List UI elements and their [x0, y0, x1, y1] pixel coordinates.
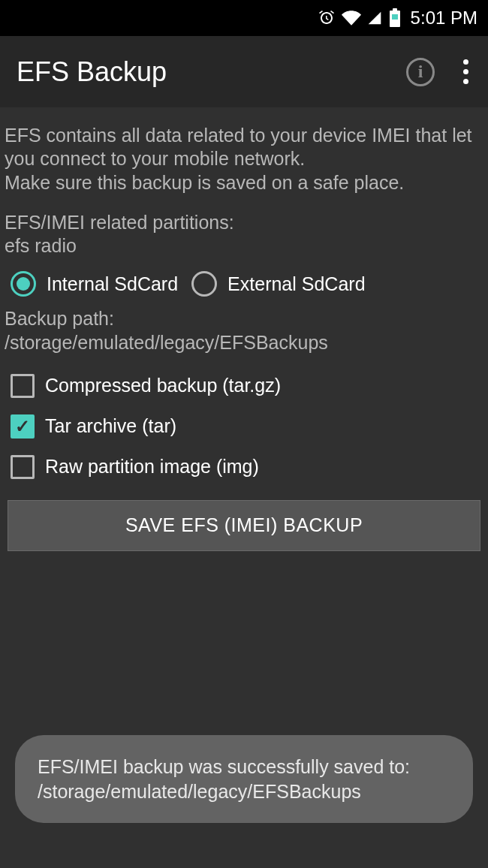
- radio-external-sdcard[interactable]: External SdCard: [191, 271, 365, 297]
- status-bar: 5:01 PM: [0, 0, 488, 36]
- save-backup-button[interactable]: SAVE EFS (IMEI) BACKUP: [8, 500, 480, 551]
- checkbox-icon: [11, 374, 35, 398]
- toast-line1: EFS/IMEI backup was successfully saved t…: [38, 755, 450, 779]
- partitions-section: EFS/IMEI related partitions: efs radio: [5, 211, 483, 258]
- checkbox-icon: [11, 455, 35, 479]
- app-title: EFS Backup: [17, 56, 167, 88]
- overflow-menu-icon[interactable]: [457, 56, 474, 87]
- partitions-label: EFS/IMEI related partitions:: [5, 211, 483, 234]
- info-icon[interactable]: i: [406, 58, 435, 86]
- svg-rect-2: [392, 14, 398, 20]
- signal-icon: [367, 11, 382, 26]
- toast-line2: /storage/emulated/legacy/EFSBackups: [38, 779, 450, 804]
- status-icons: 5:01 PM: [318, 8, 477, 29]
- header-actions: i: [406, 56, 474, 87]
- partitions-value: efs radio: [5, 234, 483, 258]
- checkbox-label: Raw partition image (img): [45, 456, 259, 478]
- svg-rect-1: [393, 8, 397, 11]
- radio-internal-sdcard[interactable]: Internal SdCard: [11, 271, 178, 297]
- alarm-icon: [318, 9, 336, 27]
- checkbox-icon: ✓: [11, 414, 35, 439]
- status-time: 5:01 PM: [411, 8, 477, 29]
- backup-path-section: Backup path: /storage/emulated/legacy/EF…: [5, 307, 483, 354]
- app-header: EFS Backup i: [0, 36, 488, 107]
- checkbox-raw-partition[interactable]: Raw partition image (img): [11, 455, 483, 479]
- battery-icon: [388, 8, 402, 28]
- path-value: /storage/emulated/legacy/EFSBackups: [5, 331, 483, 354]
- toast-notification: EFS/IMEI backup was successfully saved t…: [15, 735, 473, 823]
- content-area: EFS contains all data related to your de…: [0, 107, 488, 868]
- checkbox-compressed-backup[interactable]: Compressed backup (tar.gz): [11, 374, 483, 398]
- wifi-icon: [342, 8, 361, 28]
- description-text: EFS contains all data related to your de…: [5, 124, 483, 194]
- checkbox-label: Tar archive (tar): [45, 415, 176, 437]
- path-label: Backup path:: [5, 307, 483, 330]
- format-checkbox-group: Compressed backup (tar.gz) ✓ Tar archive…: [5, 374, 483, 479]
- radio-label: Internal SdCard: [47, 273, 178, 295]
- radio-button-icon: [11, 271, 36, 297]
- radio-button-icon: [191, 271, 217, 297]
- storage-radio-group: Internal SdCard External SdCard: [5, 271, 483, 297]
- radio-label: External SdCard: [227, 273, 365, 295]
- checkbox-tar-archive[interactable]: ✓ Tar archive (tar): [11, 414, 483, 439]
- checkbox-label: Compressed backup (tar.gz): [45, 375, 281, 396]
